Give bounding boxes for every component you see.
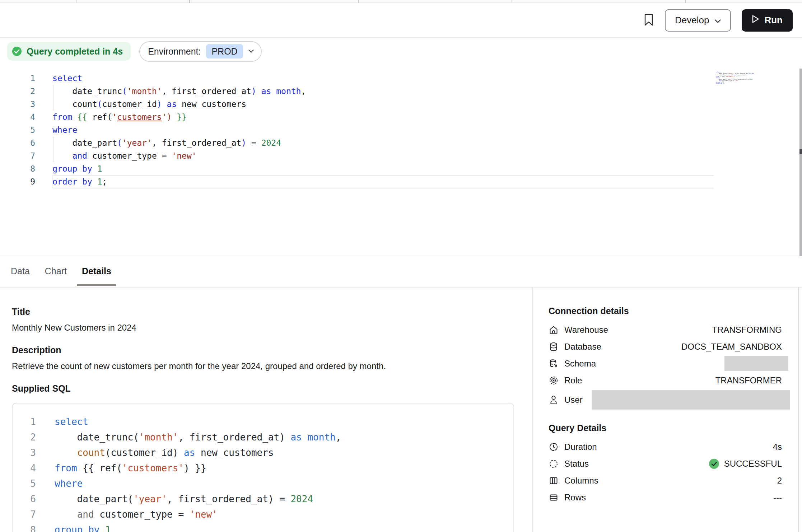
environment-value-badge: PROD (206, 44, 243, 59)
run-button[interactable]: Run (742, 9, 793, 32)
warehouse-label: Warehouse (564, 325, 608, 335)
line-number: 6 (13, 491, 36, 507)
user-value (592, 390, 782, 410)
code-line: 8group by 1 (0, 162, 802, 175)
user-label: User (564, 395, 583, 405)
line-number: 2 (0, 85, 35, 98)
line-number: 3 (0, 98, 35, 111)
code-line: 2 date_trunc('month', first_ordered_at) … (0, 85, 802, 98)
schema-value (724, 356, 782, 371)
connection-row-user: User (549, 389, 782, 411)
columns-label: Columns (564, 476, 598, 486)
connection-row-database: DatabaseDOCS_TEAM_SANDBOX (549, 338, 782, 355)
status-value: SUCCESSFUL (709, 458, 782, 469)
code-line: 8group by 1 (13, 522, 513, 532)
line-number: 8 (0, 162, 35, 175)
success-check-icon (709, 458, 719, 469)
chevron-down-icon (248, 48, 254, 55)
line-number: 4 (13, 461, 36, 476)
connection-details-rows: WarehouseTRANSFORMINGDatabaseDOCS_TEAM_S… (549, 321, 782, 411)
details-left-pane: Title Monthly New Customers in 2024 Desc… (0, 288, 532, 532)
tab-details[interactable]: Details (82, 256, 111, 287)
code-line: 2 date_trunc('month', first_ordered_at) … (13, 430, 513, 445)
description-heading: Description (12, 345, 532, 356)
query-row-columns: Columns2 (549, 472, 782, 489)
line-number: 9 (0, 175, 35, 188)
rows-icon (549, 493, 559, 503)
code-line: 9order by 1; (716, 83, 754, 84)
duration-label: Duration (564, 442, 597, 452)
warehouse-icon (549, 325, 559, 335)
status-label: Status (564, 459, 589, 469)
play-icon (752, 15, 759, 26)
rows-value: --- (773, 493, 782, 503)
supplied-sql-block: 1select2 date_trunc('month', first_order… (12, 403, 514, 532)
query-row-duration: Duration4s (549, 438, 782, 455)
details-right-pane: Connection details WarehouseTRANSFORMING… (532, 288, 802, 532)
editor-lines: 1select2 date_trunc('month', first_order… (0, 72, 802, 188)
database-value: DOCS_TEAM_SANDBOX (681, 342, 782, 352)
query-status-pill: Query completed in 4s (7, 42, 131, 61)
role-icon (549, 375, 559, 386)
rows-label: Rows (564, 493, 586, 503)
columns-icon (549, 476, 559, 486)
connection-details-heading: Connection details (549, 305, 782, 316)
code-line: 4from {{ ref('customers') }} (13, 461, 513, 476)
code-line: 7 and customer_type = 'new' (0, 149, 802, 162)
tab-chart[interactable]: Chart (45, 256, 67, 287)
title-heading: Title (12, 306, 532, 317)
code-line: 1select (13, 414, 513, 430)
duration-icon (549, 442, 559, 452)
line-number: 7 (0, 149, 35, 162)
query-details-heading: Query Details (549, 423, 782, 433)
line-number: 1 (13, 414, 36, 430)
code-line: 9order by 1; (0, 175, 802, 188)
database-icon (549, 342, 559, 352)
connection-row-schema: Schema (549, 355, 782, 372)
chevron-down-icon (715, 15, 721, 26)
code-line: 5where (13, 476, 513, 491)
user-icon (549, 395, 559, 405)
schema-icon (549, 359, 559, 369)
warehouse-value: TRANSFORMING (712, 325, 782, 335)
code-line: 1select (0, 72, 802, 85)
check-circle-icon (12, 46, 22, 56)
scrollbar-thumb[interactable] (799, 149, 802, 154)
status-icon (549, 459, 559, 469)
bookmark-button[interactable] (643, 13, 654, 28)
line-number: 5 (13, 476, 36, 491)
title-value: Monthly New Customers in 2024 (12, 322, 532, 333)
status-row: Query completed in 4s Environment: PROD (0, 38, 802, 65)
role-label: Role (564, 375, 582, 386)
role-value: TRANSFORMER (715, 375, 782, 386)
line-number: 8 (13, 522, 36, 532)
line-number: 6 (0, 136, 35, 149)
query-details-rows: Duration4sStatusSUCCESSFULColumns2Rows--… (549, 438, 782, 506)
sql-code-editor[interactable]: 1select2 date_trunc('month', first_order… (0, 65, 802, 256)
result-tabs: Data Chart Details (0, 256, 802, 288)
code-line: 7 and customer_type = 'new' (13, 507, 513, 522)
duration-value: 4s (773, 442, 782, 452)
schema-label: Schema (564, 359, 596, 369)
code-line: 3 count(customer_id) as new_customers (13, 445, 513, 461)
develop-dropdown[interactable]: Develop (665, 9, 731, 32)
line-number: 5 (0, 123, 35, 136)
environment-label: Environment: (148, 46, 201, 57)
browser-tab-strip (0, 0, 802, 3)
user-redacted-value (592, 390, 790, 410)
toolbar: Develop Run (0, 3, 802, 38)
line-number: 4 (0, 111, 35, 123)
line-number: 7 (13, 507, 36, 522)
tab-data[interactable]: Data (11, 256, 30, 287)
code-line: 5where (0, 123, 802, 136)
database-label: Database (564, 342, 601, 352)
query-row-status: StatusSUCCESSFUL (549, 455, 782, 472)
environment-selector[interactable]: Environment: PROD (139, 41, 262, 62)
editor-scrollbar[interactable] (799, 69, 802, 256)
description-value: Retrieve the count of new customers per … (12, 361, 532, 372)
code-line: 6 date_part('year', first_ordered_at) = … (13, 491, 513, 507)
editor-minimap[interactable]: 1select2 date_trunc('month', first_order… (716, 71, 754, 87)
columns-value: 2 (777, 476, 782, 486)
code-line: 6 date_part('year', first_ordered_at) = … (0, 136, 802, 149)
query-status-text: Query completed in 4s (27, 46, 123, 57)
